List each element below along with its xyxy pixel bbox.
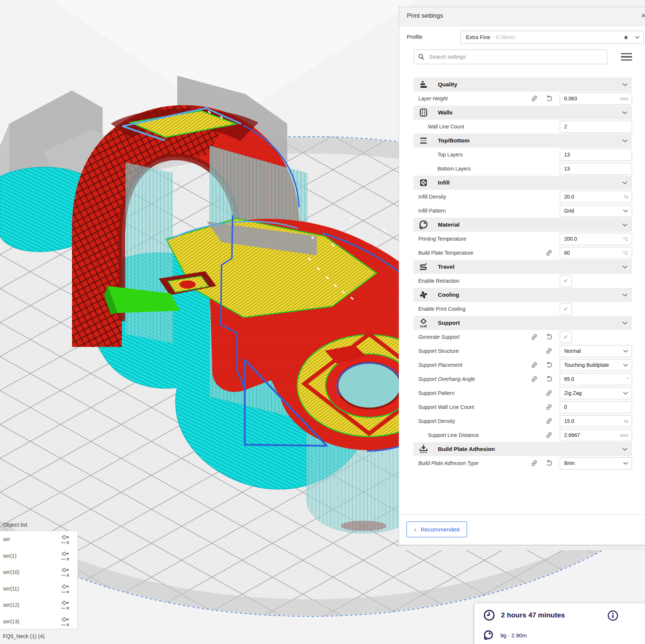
reset-icon[interactable] <box>545 375 553 383</box>
bottom-layers-input[interactable]: 13 <box>560 163 632 175</box>
per-object-settings-icon[interactable] <box>60 567 70 577</box>
setting-row-infill-density: Infill Density20.0% <box>414 190 632 204</box>
unit-label: mm <box>620 433 629 438</box>
reset-icon[interactable] <box>545 459 553 467</box>
setting-row-generate-support: Generate Support✓ <box>414 330 632 344</box>
per-object-settings-icon[interactable] <box>60 534 70 544</box>
support-pattern-dropdown[interactable]: Zig Zag <box>560 387 632 399</box>
section-material[interactable]: Material <box>414 218 632 232</box>
support-wall-line-count-input[interactable]: 0 <box>560 401 632 413</box>
top-layers-input[interactable]: 13 <box>560 149 632 161</box>
setting-row-support-structure: Support StructureNormal <box>414 344 632 358</box>
link-icon[interactable] <box>545 249 553 257</box>
section-label: Material <box>438 221 460 228</box>
layer-height-input[interactable]: 0.063mm <box>560 93 632 105</box>
link-icon[interactable] <box>530 333 538 341</box>
profile-value: Extra Fine <box>466 34 490 40</box>
section-travel[interactable]: Travel <box>414 260 632 274</box>
infill-icon <box>419 178 428 187</box>
link-icon[interactable] <box>530 94 538 103</box>
unit-label: °C <box>623 236 628 242</box>
setting-label: Infill Pattern <box>418 208 446 214</box>
object-list-item[interactable]: ser <box>0 531 78 548</box>
setting-row-support-overhang-angle: Support Overhang Angle65.0° <box>414 372 632 386</box>
link-icon[interactable] <box>545 403 553 411</box>
reset-icon[interactable] <box>545 361 553 369</box>
material-icon <box>419 220 428 230</box>
object-list-item[interactable]: ser(11) <box>0 581 78 597</box>
section-adhesion[interactable]: Build Plate Adhesion <box>414 442 632 456</box>
unit-label: % <box>624 194 628 200</box>
object-list-item[interactable]: ser(13) <box>0 613 78 630</box>
setting-row-support-wall-line-count: Support Wall Line Count0 <box>414 400 632 414</box>
settings-menu-icon[interactable] <box>621 52 632 62</box>
reset-icon[interactable] <box>545 333 553 341</box>
section-support[interactable]: Support <box>414 316 632 330</box>
object-list-item[interactable]: ser(10) <box>0 564 78 581</box>
infill-pattern-dropdown[interactable]: Grid <box>560 205 632 217</box>
build-plate-temperature-input[interactable]: 60°C <box>560 247 632 259</box>
setting-row-enable-print-cooling: Enable Print Cooling✓ <box>414 302 632 316</box>
link-icon[interactable] <box>545 431 553 439</box>
per-object-settings-icon[interactable] <box>60 600 70 610</box>
chevron-down-icon <box>622 111 628 114</box>
section-topbottom[interactable]: Top/Bottom <box>414 134 632 148</box>
link-icon[interactable] <box>530 361 538 369</box>
setting-row-support-pattern: Support PatternZig Zag <box>414 386 632 400</box>
section-label: Infill <box>438 179 450 186</box>
enable-print-cooling-checkbox[interactable]: ✓ <box>560 303 572 315</box>
section-label: Walls <box>438 109 453 116</box>
setting-label: Support Density <box>418 418 455 424</box>
info-icon[interactable] <box>607 610 618 621</box>
wall-line-count-input[interactable]: 2 <box>560 121 632 133</box>
profile-dropdown[interactable]: Extra Fine - 0.06mm ★ <box>460 31 644 44</box>
star-icon[interactable]: ★ <box>623 34 629 41</box>
object-list-item[interactable]: ser(1) <box>0 548 78 564</box>
search-box[interactable] <box>414 49 607 64</box>
printing-temperature-input[interactable]: 200.0°C <box>560 233 632 245</box>
search-input[interactable] <box>428 54 603 60</box>
link-icon[interactable] <box>530 375 538 383</box>
setting-label: Wall Line Count <box>428 124 464 130</box>
build-plate-adhesion-type-dropdown[interactable]: Brim <box>560 457 632 469</box>
profile-suffix: - 0.06mm <box>493 34 515 40</box>
support-overhang-angle-input[interactable]: 65.0° <box>560 373 632 385</box>
link-icon[interactable] <box>545 417 553 425</box>
setting-label: Support Placement <box>418 362 462 368</box>
section-label: Cooling <box>438 292 459 298</box>
support-structure-dropdown[interactable]: Normal <box>560 345 632 357</box>
print-time: 2 hours 47 minutes <box>501 611 565 619</box>
travel-icon <box>419 262 428 272</box>
section-cooling[interactable]: Cooling <box>414 288 632 302</box>
object-list-item[interactable]: ser(12) <box>0 597 78 613</box>
generate-support-checkbox[interactable]: ✓ <box>560 331 572 343</box>
reset-icon[interactable] <box>545 94 553 103</box>
chevron-down-icon <box>622 265 628 269</box>
section-quality[interactable]: Quality <box>414 78 632 92</box>
walls-icon <box>419 108 428 117</box>
setting-row-support-line-distance: Support Line Distance2.6667mm <box>414 428 632 442</box>
section-infill[interactable]: Infill <box>414 176 632 190</box>
support-line-distance-input[interactable]: 2.6667mm <box>560 429 632 441</box>
per-object-settings-icon[interactable] <box>60 551 70 561</box>
chevron-down-icon <box>622 321 628 325</box>
close-icon[interactable]: × <box>639 11 645 20</box>
section-label: Top/Bottom <box>438 137 470 144</box>
panel-resize-handle[interactable]: · · · <box>399 545 645 550</box>
support-placement-dropdown[interactable]: Touching Buildplate <box>560 359 632 371</box>
infill-density-input[interactable]: 20.0% <box>560 191 632 203</box>
support-density-input[interactable]: 15.0% <box>560 415 632 427</box>
link-icon[interactable] <box>530 459 538 467</box>
setting-label: Infill Density <box>418 194 446 200</box>
per-object-settings-icon[interactable] <box>60 616 70 627</box>
link-icon[interactable] <box>545 389 553 397</box>
chevron-down-icon <box>622 293 628 297</box>
setting-label: Printing Temperature <box>418 236 466 242</box>
search-row <box>414 49 632 64</box>
link-icon[interactable] <box>545 347 553 355</box>
section-walls[interactable]: Walls <box>414 106 632 120</box>
recommended-button[interactable]: ‹ Recommended <box>406 521 467 537</box>
enable-retraction-checkbox[interactable]: ✓ <box>560 275 572 287</box>
chevron-down-icon <box>622 223 628 227</box>
per-object-settings-icon[interactable] <box>60 583 70 594</box>
